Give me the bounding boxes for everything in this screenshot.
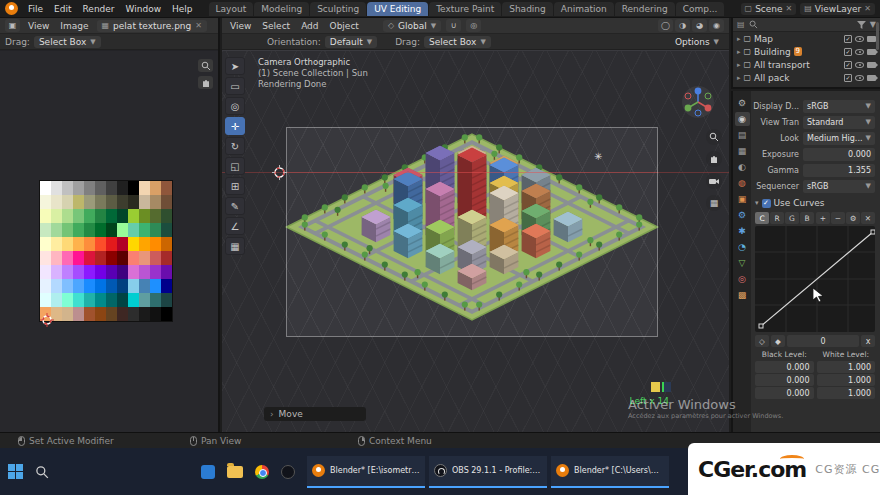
- handle-vector-icon[interactable]: ◆: [771, 335, 785, 347]
- rgb-curve-editor[interactable]: [755, 226, 875, 332]
- physics-tab-icon[interactable]: ◔: [735, 240, 750, 254]
- channel-c-button[interactable]: C: [755, 212, 769, 224]
- look-dropdown[interactable]: Medium Hig... ▼: [803, 132, 875, 145]
- tab-sculpting[interactable]: Sculpting: [310, 2, 366, 16]
- options-dropdown[interactable]: Options ▼: [670, 36, 724, 48]
- display-device-dropdown[interactable]: sRGB ▼: [803, 100, 875, 113]
- outliner-row-building[interactable]: ▸ ▢ Building 9 ✓: [733, 45, 880, 58]
- tool-tab-icon[interactable]: ⚙: [735, 96, 750, 110]
- outliner-row-all-transport[interactable]: ▸ ▢ All transport ✓: [733, 58, 880, 71]
- pan-hand-icon[interactable]: [706, 151, 722, 167]
- exclude-checkbox-icon[interactable]: ✓: [844, 74, 852, 82]
- tab-modeling[interactable]: Modeling: [254, 2, 309, 16]
- tweak-tool-icon[interactable]: ➤: [225, 57, 245, 75]
- menu-window[interactable]: Window: [121, 2, 167, 16]
- shading-material-icon[interactable]: ◕: [692, 19, 707, 32]
- rotate-tool-icon[interactable]: ↻: [225, 137, 245, 155]
- exclude-checkbox-icon[interactable]: ✓: [844, 48, 852, 56]
- scene-tab-icon[interactable]: ◐: [735, 160, 750, 174]
- zoom-icon[interactable]: [706, 129, 722, 145]
- viewport-menu-select[interactable]: Select: [259, 20, 293, 32]
- image-selector[interactable]: ▦ pelat texture.png ✕: [97, 20, 207, 32]
- transform-tool-icon[interactable]: ⊞: [225, 177, 245, 195]
- select-box-tool-icon[interactable]: ▭: [225, 77, 245, 95]
- cursor-tool-icon[interactable]: ◎: [225, 97, 245, 115]
- outliner-scrollbar[interactable]: [876, 22, 879, 50]
- object-tab-icon[interactable]: ▣: [735, 192, 750, 206]
- viewlayer-tab-icon[interactable]: ▦: [735, 144, 750, 158]
- disclosure-icon[interactable]: ▸: [737, 74, 741, 82]
- annotate-tool-icon[interactable]: ✎: [225, 197, 245, 215]
- camera-view-icon[interactable]: [706, 173, 722, 189]
- outliner-editor-icon[interactable]: ▤: [737, 20, 745, 29]
- scale-tool-icon[interactable]: ◱: [225, 157, 245, 175]
- grid-toggle-icon[interactable]: ▦: [706, 195, 722, 211]
- material-tab-icon[interactable]: ◎: [735, 272, 750, 286]
- taskbar-search-icon[interactable]: [35, 465, 49, 479]
- viewlayer-selector[interactable]: ▤ ViewLayer ✕: [800, 3, 875, 15]
- pan-hand-icon[interactable]: [198, 76, 213, 89]
- curve-x-field[interactable]: 0: [787, 335, 859, 347]
- cursor-3d-icon[interactable]: [272, 165, 287, 180]
- hide-eye-icon[interactable]: [855, 49, 864, 55]
- taskbar-app-button[interactable]: OBS 29.1.1 - Profile: Sa...: [429, 456, 547, 488]
- image-menu-image[interactable]: Image: [57, 20, 91, 32]
- data-tab-icon[interactable]: ▽: [735, 256, 750, 270]
- tab-uv-editing[interactable]: UV Editing: [367, 2, 428, 16]
- hide-eye-icon[interactable]: [855, 36, 864, 42]
- filter-icon[interactable]: [857, 21, 866, 29]
- browser-icon[interactable]: [255, 465, 269, 479]
- curve-tools-icon[interactable]: ⚙: [846, 212, 860, 224]
- tab-compositing[interactable]: Comp...: [676, 2, 725, 16]
- curve-clip-icon[interactable]: ✕: [861, 212, 875, 224]
- start-button-icon[interactable]: [8, 464, 23, 479]
- sequencer-dropdown[interactable]: sRGB ▼: [803, 180, 875, 193]
- blender-logo-icon[interactable]: [5, 2, 18, 15]
- uv-2d-cursor[interactable]: [40, 313, 54, 327]
- tab-texture-paint[interactable]: Texture Paint: [429, 2, 501, 16]
- disable-render-camera-icon[interactable]: [867, 36, 876, 42]
- tab-rendering[interactable]: Rendering: [615, 2, 675, 16]
- black-level-r-field[interactable]: 0.000: [755, 361, 814, 373]
- taskbar-app-button[interactable]: Blender* [C:\Users\Ad...: [551, 456, 669, 488]
- search-icon[interactable]: [749, 20, 758, 29]
- tab-layout[interactable]: Layout: [209, 2, 254, 16]
- measure-tool-icon[interactable]: ∠: [225, 217, 245, 235]
- texture-tab-icon[interactable]: ▩: [735, 288, 750, 302]
- add-cube-tool-icon[interactable]: ▦: [225, 237, 245, 255]
- move-tool-icon[interactable]: ✛: [225, 117, 245, 135]
- delete-point-button[interactable]: x: [861, 335, 875, 347]
- disclosure-icon[interactable]: ▸: [737, 48, 741, 56]
- disclosure-icon[interactable]: ▸: [737, 35, 741, 43]
- exposure-field[interactable]: 0.000: [803, 148, 875, 161]
- outliner-row-map[interactable]: ▸ ▢ Map ✓: [733, 32, 880, 45]
- menu-help[interactable]: Help: [167, 2, 198, 16]
- viewport-menu-object[interactable]: Object: [327, 20, 362, 32]
- disclosure-icon[interactable]: ▸: [737, 61, 741, 69]
- viewport-canvas[interactable]: ✳ Camera Orthographic (1) Scene Collecti…: [222, 51, 729, 432]
- file-explorer-icon[interactable]: [227, 466, 243, 478]
- use-curves-checkbox[interactable]: ✓: [762, 199, 771, 208]
- channel-r-button[interactable]: R: [770, 212, 784, 224]
- tab-shading[interactable]: Shading: [502, 2, 553, 16]
- pinned-app-icon[interactable]: [201, 465, 215, 479]
- modifier-tab-icon[interactable]: ⚙: [735, 208, 750, 222]
- hide-eye-icon[interactable]: [855, 75, 864, 81]
- zoom-out-icon[interactable]: −: [831, 212, 845, 224]
- disable-render-camera-icon[interactable]: [867, 75, 876, 81]
- output-tab-icon[interactable]: ▤: [735, 128, 750, 142]
- hide-eye-icon[interactable]: [855, 62, 864, 68]
- navigation-gizmo[interactable]: [681, 85, 715, 119]
- snap-magnet-icon[interactable]: ∪: [446, 19, 461, 32]
- drag-mode-dropdown[interactable]: Select Box ▼: [34, 36, 101, 48]
- image-menu-view[interactable]: View: [25, 20, 52, 32]
- tab-animation[interactable]: Animation: [554, 2, 614, 16]
- menu-edit[interactable]: Edit: [49, 2, 76, 16]
- white-level-b-field[interactable]: 1.000: [817, 387, 876, 399]
- shading-solid-icon[interactable]: ◑: [675, 19, 690, 32]
- operator-panel[interactable]: › Move: [264, 407, 366, 421]
- viewlayer-unlink-icon[interactable]: ✕: [864, 4, 871, 13]
- disable-render-camera-icon[interactable]: [867, 62, 876, 68]
- gamma-field[interactable]: 1.355: [803, 164, 875, 177]
- image-unlink-icon[interactable]: ✕: [195, 21, 202, 30]
